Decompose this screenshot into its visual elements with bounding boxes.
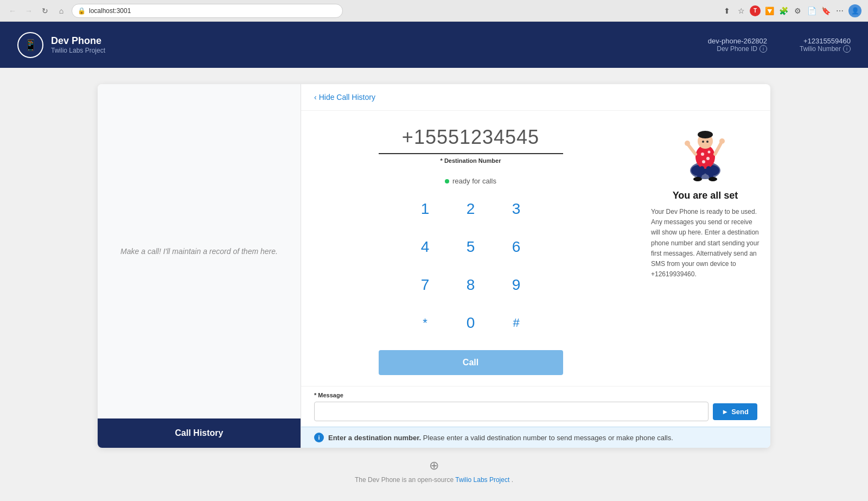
- hide-history-label: Hide Call History: [319, 93, 375, 102]
- svg-point-4: [701, 153, 704, 156]
- call-history-button[interactable]: Call History: [98, 418, 301, 448]
- back-button[interactable]: ←: [7, 5, 18, 17]
- twilio-number-label: Twilio Number i: [800, 45, 851, 53]
- refresh-button[interactable]: ↻: [39, 5, 51, 17]
- key-8[interactable]: 8: [455, 269, 487, 301]
- warning-bar: i Enter a destination number. Please ent…: [301, 427, 770, 448]
- character-illustration: [678, 122, 732, 181]
- send-button[interactable]: ► Send: [713, 403, 757, 420]
- ext-icon6[interactable]: ⋯: [834, 5, 845, 16]
- twilio-number-info-icon[interactable]: i: [843, 45, 851, 53]
- twilio-number-value: +12315559460: [800, 37, 851, 45]
- message-label: * Message: [314, 392, 757, 398]
- dev-phone-id-label: Dev Phone ID i: [708, 45, 767, 53]
- footer-text-prefix: The Dev Phone is an open-source: [355, 476, 455, 484]
- send-icon: ►: [722, 408, 729, 416]
- status-text: ready for calls: [452, 177, 496, 185]
- ext-icon2[interactable]: 🧩: [778, 5, 789, 16]
- app-logo: 📱: [17, 32, 43, 58]
- key-3[interactable]: 3: [500, 193, 533, 225]
- lock-icon: 🔒: [78, 7, 86, 15]
- ext-icon5[interactable]: 🔖: [820, 5, 831, 16]
- key-1[interactable]: 1: [409, 193, 442, 225]
- phone-number-input-area: * Destination Number: [379, 122, 563, 164]
- warning-icon: i: [314, 433, 324, 442]
- all-set-title: You are all set: [673, 190, 738, 201]
- key-0[interactable]: 0: [455, 307, 487, 339]
- warning-regular-text: Please enter a valid destination number …: [423, 434, 673, 442]
- message-row: ► Send: [314, 402, 757, 421]
- svg-point-11: [706, 141, 709, 143]
- twilio-icon: T: [750, 5, 761, 16]
- ext-icon3[interactable]: ⚙: [792, 5, 803, 16]
- footer: ⊕ The Dev Phone is an open-source Twilio…: [98, 448, 770, 494]
- svg-point-14: [685, 141, 690, 146]
- svg-line-12: [688, 144, 695, 154]
- key-hash[interactable]: #: [500, 307, 533, 339]
- keypad-section: * Destination Number ready for calls 1 2…: [301, 111, 640, 386]
- key-4[interactable]: 4: [409, 231, 442, 263]
- logo-icon: 📱: [24, 39, 37, 52]
- forward-button[interactable]: →: [23, 5, 35, 17]
- destination-label: * Destination Number: [379, 157, 563, 164]
- svg-point-7: [708, 151, 711, 154]
- svg-line-13: [715, 142, 722, 154]
- header-info: dev-phone-262802 Dev Phone ID i +1231555…: [708, 37, 851, 53]
- hide-history-link[interactable]: ‹ Hide Call History: [314, 93, 757, 102]
- footer-icon: ⊕: [108, 459, 760, 473]
- send-label: Send: [731, 408, 749, 416]
- dev-phone-id-value: dev-phone-262802: [708, 37, 767, 45]
- footer-text: The Dev Phone is an open-source Twilio L…: [108, 476, 760, 484]
- svg-point-6: [702, 160, 705, 163]
- hide-history-bar: ‹ Hide Call History: [301, 84, 770, 111]
- status-indicator: ready for calls: [445, 177, 496, 185]
- svg-point-9: [698, 131, 713, 138]
- twilio-number-block: +12315559460 Twilio Number i: [800, 37, 851, 53]
- svg-point-10: [702, 141, 704, 143]
- status-dot: [445, 179, 449, 183]
- key-7[interactable]: 7: [409, 269, 442, 301]
- share-icon[interactable]: ⬆: [722, 5, 732, 16]
- svg-point-19: [709, 177, 717, 181]
- info-section: You are all set Your Dev Phone is ready …: [640, 111, 770, 386]
- dev-phone-id-block: dev-phone-262802 Dev Phone ID i: [708, 37, 767, 53]
- url-text: localhost:3001: [89, 7, 131, 15]
- key-9[interactable]: 9: [500, 269, 533, 301]
- dev-phone-info-icon[interactable]: i: [760, 45, 767, 53]
- key-5[interactable]: 5: [455, 231, 487, 263]
- call-history-body: Make a call! I'll maintain a record of t…: [98, 84, 301, 418]
- call-button[interactable]: Call: [379, 350, 563, 375]
- empty-call-history-message: Make a call! I'll maintain a record of t…: [110, 236, 289, 267]
- message-input[interactable]: [314, 402, 709, 421]
- key-star[interactable]: *: [409, 307, 442, 339]
- profile-icon[interactable]: 👤: [848, 4, 861, 17]
- browser-icon-bar: ⬆ ☆ T 🔽 🧩 ⚙ 📄 🔖 ⋯ 👤: [722, 4, 861, 17]
- all-set-description: Your Dev Phone is ready to be used. Any …: [651, 207, 760, 280]
- key-2[interactable]: 2: [455, 193, 487, 225]
- keypad-grid: 1 2 3 4 5 6 7 8 9 * 0 #: [409, 193, 533, 339]
- warning-bold-text: Enter a destination number.: [328, 434, 421, 442]
- dialer-area: * Destination Number ready for calls 1 2…: [301, 111, 770, 386]
- svg-point-5: [706, 157, 710, 160]
- star-icon[interactable]: ☆: [736, 5, 746, 16]
- ext-icon1[interactable]: 🔽: [764, 5, 775, 16]
- ext-icon4[interactable]: 📄: [806, 5, 817, 16]
- svg-point-15: [719, 138, 725, 144]
- main-content: Make a call! I'll maintain a record of t…: [0, 68, 868, 501]
- app-name: Dev Phone: [51, 35, 105, 47]
- message-section: * Message ► Send: [301, 386, 770, 427]
- svg-point-18: [693, 177, 702, 181]
- footer-link[interactable]: Twilio Labs Project: [455, 476, 509, 484]
- key-6[interactable]: 6: [500, 231, 533, 263]
- browser-chrome: ← → ↻ ⌂ 🔒 localhost:3001 ⬆ ☆ T 🔽 🧩 ⚙ 📄 🔖…: [0, 0, 868, 22]
- app-subtitle: Twilio Labs Project: [51, 47, 105, 54]
- chevron-left-icon: ‹: [314, 93, 317, 102]
- app-header: 📱 Dev Phone Twilio Labs Project dev-phon…: [0, 22, 868, 68]
- left-panel: Make a call! I'll maintain a record of t…: [98, 84, 301, 448]
- phone-number-input[interactable]: [379, 122, 563, 154]
- home-button[interactable]: ⌂: [55, 5, 67, 17]
- address-bar[interactable]: 🔒 localhost:3001: [72, 4, 343, 18]
- right-panel: ‹ Hide Call History * Destination Number…: [301, 84, 770, 448]
- app-title-block: Dev Phone Twilio Labs Project: [51, 35, 105, 54]
- main-card: Make a call! I'll maintain a record of t…: [98, 84, 770, 448]
